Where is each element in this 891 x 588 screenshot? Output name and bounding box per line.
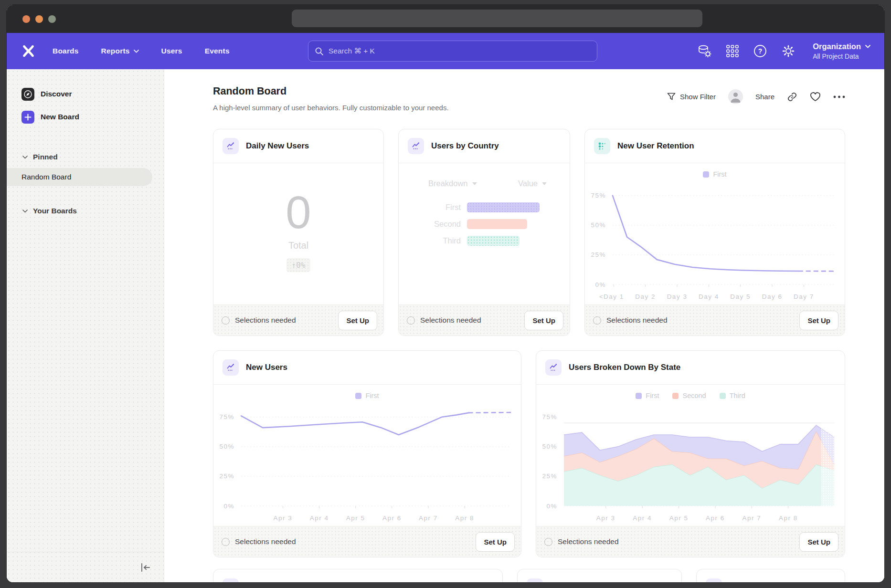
apps-grid-icon[interactable] [726, 45, 739, 57]
help-icon[interactable]: ? [753, 44, 767, 58]
breakdown-row-label: Second [399, 220, 461, 229]
svg-text:Day 7: Day 7 [794, 293, 814, 300]
more-options-icon[interactable] [833, 95, 845, 98]
card-stacked-line-graph: Stacked Line Graph [213, 569, 503, 582]
share-button[interactable]: Share [755, 93, 774, 101]
svg-text:Day 6: Day 6 [762, 293, 783, 300]
card-title: Insights Report [550, 582, 610, 583]
nav-utilities: ? Organization All Project Data [697, 33, 870, 69]
set-up-button[interactable]: Set Up [799, 532, 838, 552]
nav-item-reports[interactable]: Reports [101, 47, 139, 55]
legend-label: First [646, 392, 659, 399]
selection-radio[interactable] [222, 316, 230, 325]
plus-icon [21, 111, 34, 124]
value-dropdown[interactable]: Value [518, 179, 547, 188]
sidebar-section-pinned[interactable]: Pinned [22, 152, 164, 162]
set-up-button[interactable]: Set Up [524, 311, 563, 330]
filter-funnel-icon [667, 93, 676, 101]
link-icon[interactable] [787, 92, 797, 102]
set-up-button[interactable]: Set Up [338, 311, 377, 330]
chevron-down-icon [865, 45, 870, 48]
retention-chart: 0%25%50%75%<Day 1Day 2Day 3Day 4Day 5Day… [585, 178, 845, 304]
legend-item[interactable]: Third [720, 392, 745, 399]
line-chart-icon [223, 359, 239, 376]
card-new-user-retention: New User Retention First 0%25%50%75%<Day… [584, 129, 845, 336]
legend-item[interactable]: First [355, 392, 379, 399]
retention-grid-icon [594, 138, 610, 154]
metric-label: Total [288, 240, 308, 251]
nav-item-label: Boards [53, 47, 79, 55]
nav-item-events[interactable]: Events [205, 47, 230, 55]
value-dropdown-label: Value [518, 179, 538, 188]
card-title: New Users [246, 363, 287, 372]
window-minimize-button[interactable] [35, 15, 43, 23]
card-new-users: New Users First 0%25%50%75%Apr 3Apr 4Apr… [213, 350, 521, 557]
legend-item[interactable]: First [703, 170, 726, 178]
svg-text:50%: 50% [591, 221, 606, 229]
legend-chip [355, 393, 361, 399]
svg-text:0%: 0% [546, 503, 557, 510]
nav-item-label: Users [161, 47, 182, 55]
page-subtitle: A high-level summary of user behaviors. … [213, 104, 449, 112]
svg-text:25%: 25% [542, 472, 557, 480]
card-users-by-state: Users Broken Down By State FirstSecondTh… [536, 350, 845, 557]
legend-chip [703, 171, 709, 178]
chart-legend: First [585, 170, 845, 178]
breakdown-dropdown[interactable]: Breakdown [428, 179, 477, 188]
svg-text:75%: 75% [542, 413, 557, 420]
selections-needed-label: Selections needed [235, 316, 296, 325]
collapse-sidebar-icon[interactable] [140, 562, 151, 573]
window-close-button[interactable] [22, 15, 30, 23]
sidebar-section-your-boards[interactable]: Your Boards [22, 206, 164, 216]
window-zoom-button[interactable] [48, 15, 56, 23]
svg-text:Day 2: Day 2 [635, 293, 656, 300]
data-management-icon[interactable] [697, 44, 711, 58]
breakdown-rows: FirstSecondThird [399, 202, 570, 246]
breakdown-row: Second [399, 219, 570, 229]
card-users-by-country: Users by Country Breakdown Value [398, 129, 570, 336]
sidebar-item-discover[interactable]: Discover [21, 87, 164, 101]
svg-text:0%: 0% [595, 281, 606, 288]
address-bar[interactable] [292, 10, 702, 27]
chevron-down-icon [22, 210, 28, 213]
selection-radio[interactable] [407, 316, 415, 325]
line-chart-icon [545, 359, 562, 376]
svg-text:Apr 5: Apr 5 [669, 514, 689, 522]
set-up-button[interactable]: Set Up [799, 311, 838, 330]
selection-radio[interactable] [544, 538, 552, 546]
card-footer: Selections needed Set Up [399, 304, 570, 336]
svg-text:0%: 0% [223, 503, 234, 510]
heart-icon[interactable] [810, 92, 821, 102]
breakdown-dropdown-label: Breakdown [428, 179, 468, 188]
sidebar-item-new-board[interactable]: New Board [21, 110, 164, 124]
browser-window: Boards Reports Users Events Search ⌘ + K [7, 5, 884, 582]
search-placeholder: Search ⌘ + K [329, 47, 375, 55]
card-title: Active Users [729, 582, 778, 583]
svg-text:Day 5: Day 5 [730, 293, 751, 300]
selections-needed-label: Selections needed [235, 537, 296, 546]
show-filter-button[interactable]: Show Filter [667, 93, 716, 101]
card-footer: Selections needed Set Up [585, 304, 845, 336]
sidebar-item-random-board[interactable]: Random Board [7, 168, 152, 186]
nav-item-boards[interactable]: Boards [53, 47, 79, 55]
line-chart-icon [223, 138, 239, 154]
search-input[interactable]: Search ⌘ + K [308, 41, 597, 62]
search-icon [315, 47, 324, 56]
selections-needed-label: Selections needed [420, 316, 481, 325]
mixpanel-logo-icon[interactable] [22, 45, 34, 57]
window-titlebar [7, 5, 884, 33]
settings-gear-icon[interactable] [782, 44, 795, 58]
selection-radio[interactable] [222, 538, 230, 546]
legend-item[interactable]: First [636, 392, 659, 399]
metric-delta-badge: ↑0% [286, 258, 311, 272]
selections-needed-label: Selections needed [606, 316, 668, 325]
organization-switcher[interactable]: Organization All Project Data [813, 42, 870, 61]
compass-icon [21, 88, 34, 101]
set-up-button[interactable]: Set Up [476, 532, 515, 552]
card-active-users: Active Users [696, 569, 845, 582]
nav-item-users[interactable]: Users [161, 47, 182, 55]
legend-item[interactable]: Second [672, 392, 706, 399]
selection-radio[interactable] [593, 316, 601, 325]
avatar[interactable] [728, 89, 743, 104]
chevron-down-icon [472, 182, 477, 185]
